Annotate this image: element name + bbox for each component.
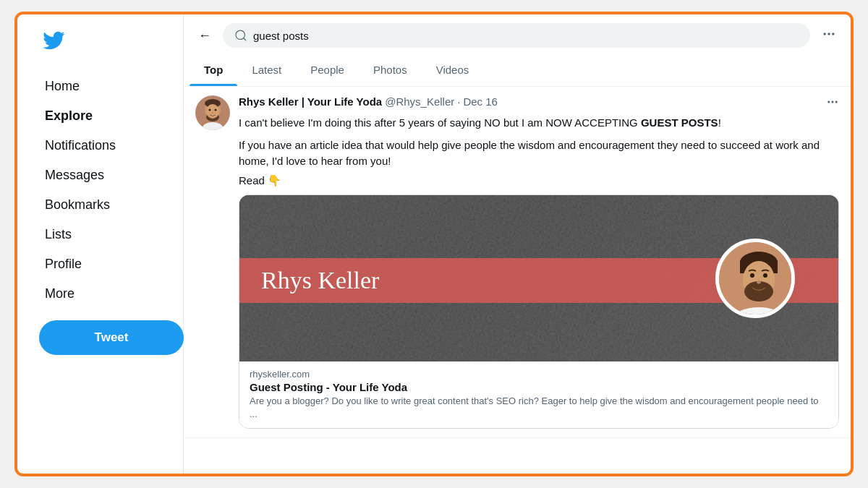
sidebar-item-profile[interactable]: Profile xyxy=(39,249,169,279)
link-description: Are you a blogger? Do you like to write … xyxy=(250,395,828,421)
search-box[interactable]: guest posts xyxy=(223,23,810,48)
tweet-text-line1: I can't believe I'm doing this after 5 y… xyxy=(239,115,839,132)
tweet-display-name: Rhys Keller | Your Life Yoda xyxy=(239,95,382,108)
link-card-image: Rhys Keller xyxy=(239,195,838,361)
search-tabs: Top Latest People Photos Videos xyxy=(184,53,851,87)
tab-people[interactable]: People xyxy=(296,53,359,86)
avatar xyxy=(195,95,230,130)
tweet-card: Rhys Keller | Your Life Yoda @Rhys_Kelle… xyxy=(184,87,851,438)
sidebar-item-more[interactable]: More xyxy=(39,279,169,309)
link-card-info: rhyskeller.com Guest Posting - Your Life… xyxy=(239,361,838,428)
main-content: ← guest posts Top Latest People Photos V… xyxy=(184,14,851,474)
tweet-text-line2: If you have an article idea that would h… xyxy=(239,137,839,170)
banner-background: Rhys Keller xyxy=(239,195,838,361)
sidebar-item-messages[interactable]: Messages xyxy=(39,160,169,190)
svg-point-15 xyxy=(744,281,773,301)
svg-point-17 xyxy=(763,273,767,278)
avatar-image xyxy=(195,95,230,130)
sidebar-item-explore[interactable]: Explore xyxy=(39,101,169,131)
app-frame: Home Explore Notifications Messages Book… xyxy=(14,12,854,476)
sidebar-item-bookmarks[interactable]: Bookmarks xyxy=(39,190,169,220)
twitter-logo xyxy=(42,29,169,57)
banner-name: Rhys Keller xyxy=(261,267,379,294)
svg-point-6 xyxy=(215,109,217,111)
tweet-header: Rhys Keller | Your Life Yoda @Rhys_Kelle… xyxy=(239,95,839,112)
sidebar-item-home[interactable]: Home xyxy=(39,72,169,101)
tweet-body: Rhys Keller | Your Life Yoda @Rhys_Kelle… xyxy=(239,95,839,429)
svg-point-16 xyxy=(750,273,754,278)
search-icon xyxy=(234,29,247,42)
svg-point-5 xyxy=(209,109,211,111)
tab-videos[interactable]: Videos xyxy=(422,53,484,86)
tweet-button[interactable]: Tweet xyxy=(39,320,184,355)
sidebar-item-lists[interactable]: Lists xyxy=(39,220,169,249)
tweet-read-more: Read 👇 xyxy=(239,174,839,187)
tab-top[interactable]: Top xyxy=(190,53,237,86)
sidebar: Home Explore Notifications Messages Book… xyxy=(17,14,184,474)
back-button[interactable]: ← xyxy=(195,25,214,46)
sidebar-item-notifications[interactable]: Notifications xyxy=(39,131,169,160)
search-more-button[interactable] xyxy=(819,24,839,48)
tweet-date: Dec 16 xyxy=(463,95,498,108)
link-domain: rhyskeller.com xyxy=(250,369,828,380)
svg-point-18 xyxy=(757,280,761,283)
search-bar-row: ← guest posts xyxy=(184,14,851,53)
link-title: Guest Posting - Your Life Yoda xyxy=(250,381,828,393)
banner-avatar-circle xyxy=(715,239,795,318)
tweet-meta: Rhys Keller | Your Life Yoda @Rhys_Kelle… xyxy=(239,95,498,108)
search-query: guest posts xyxy=(253,30,309,42)
tweet-username: @Rhys_Keller xyxy=(385,95,454,108)
tweet-link-card[interactable]: Rhys Keller xyxy=(239,194,839,429)
tweet-more-button[interactable] xyxy=(826,95,839,112)
tab-latest[interactable]: Latest xyxy=(237,53,296,86)
sidebar-nav: Home Explore Notifications Messages Book… xyxy=(39,72,169,309)
svg-point-7 xyxy=(212,112,214,114)
tweet-dot: · xyxy=(457,95,460,108)
feed: Rhys Keller | Your Life Yoda @Rhys_Kelle… xyxy=(184,87,851,474)
tab-photos[interactable]: Photos xyxy=(359,53,422,86)
